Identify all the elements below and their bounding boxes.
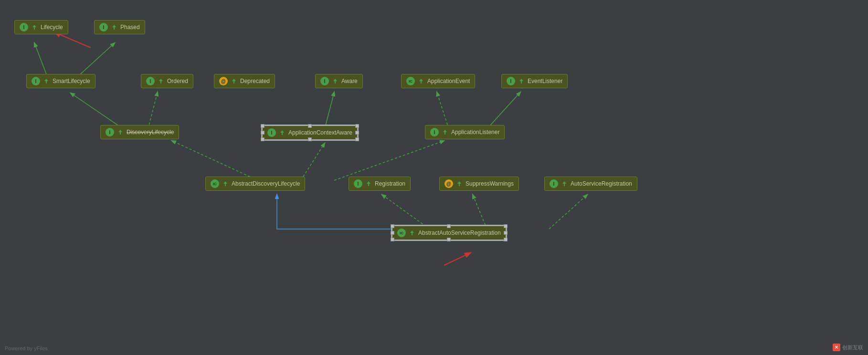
ordered-icon: I bbox=[146, 77, 155, 85]
node-aware[interactable]: I Aware bbox=[315, 74, 363, 88]
autoserviceregistration-label: AutoServiceRegistration bbox=[571, 180, 632, 187]
link-icon-deprecated bbox=[230, 77, 238, 85]
applicationlistener-icon: I bbox=[430, 128, 439, 136]
handle-mr bbox=[355, 131, 359, 135]
applicationcontextaware-label: ApplicationContextAware bbox=[288, 129, 352, 136]
link-icon-applicationlistener bbox=[441, 128, 449, 136]
link-icon-lifecycle bbox=[31, 23, 38, 31]
node-abstractautoserviceregistration[interactable]: IC AbstractAutoServiceRegistration bbox=[392, 225, 507, 240]
powered-by-text: Powered by yFiles bbox=[5, 345, 48, 351]
phased-label: Phased bbox=[120, 24, 140, 31]
link-icon-suppresswarnings bbox=[455, 180, 463, 188]
smartlifecycle-label: SmartLifecycle bbox=[53, 78, 90, 84]
node-eventlistener[interactable]: I EventListener bbox=[501, 74, 568, 88]
handle-tr2 bbox=[504, 224, 508, 228]
node-registration[interactable]: I Registration bbox=[349, 177, 411, 191]
node-autoserviceregistration[interactable]: I AutoServiceRegistration bbox=[544, 177, 637, 191]
link-icon-ordered bbox=[157, 77, 165, 85]
node-smartlifecycle[interactable]: I SmartLifecycle bbox=[26, 74, 95, 88]
phased-icon: I bbox=[99, 23, 108, 31]
abstractdiscoverylifecycle-label: AbstractDiscoveryLifecycle bbox=[232, 180, 300, 187]
link-icon-registration bbox=[365, 180, 372, 188]
node-lifecycle[interactable]: I Lifecycle bbox=[14, 20, 68, 34]
smartlifecycle-icon: I bbox=[32, 77, 40, 85]
deprecated-icon: @ bbox=[219, 77, 228, 85]
handle-ml2 bbox=[391, 231, 394, 235]
node-applicationlistener[interactable]: I ApplicationListener bbox=[425, 125, 505, 139]
aware-label: Aware bbox=[341, 78, 358, 84]
handle-tm2 bbox=[447, 224, 451, 228]
link-icon-aware bbox=[331, 77, 339, 85]
eventlistener-icon: I bbox=[507, 77, 515, 85]
link-icon-discoverylifecycle bbox=[116, 128, 124, 136]
handle-bm2 bbox=[447, 238, 451, 241]
node-applicationcontextaware[interactable]: I ApplicationContextAware bbox=[262, 125, 358, 140]
handle-bl bbox=[261, 137, 265, 141]
applicationcontextaware-icon: I bbox=[267, 128, 276, 137]
node-ordered[interactable]: I Ordered bbox=[141, 74, 193, 88]
link-icon-autoserviceregistration bbox=[561, 180, 568, 188]
abstractdiscoverylifecycle-icon: IC bbox=[211, 179, 219, 188]
link-icon-applicationcontextaware bbox=[278, 129, 286, 136]
suppresswarnings-icon: @ bbox=[445, 179, 453, 188]
discoverylifecycle-icon: I bbox=[106, 128, 114, 136]
node-deprecated[interactable]: @ Deprecated bbox=[214, 74, 275, 88]
deprecated-label: Deprecated bbox=[240, 78, 270, 84]
node-discoverylifecycle[interactable]: I DiscoveryLifecycle bbox=[100, 125, 179, 139]
applicationlistener-label: ApplicationListener bbox=[451, 129, 499, 136]
registration-label: Registration bbox=[375, 180, 405, 187]
handle-br bbox=[355, 137, 359, 141]
footer-brand: ✕ 创新互联 bbox=[833, 344, 863, 351]
handle-tl bbox=[261, 124, 265, 128]
lifecycle-icon: I bbox=[20, 23, 28, 31]
applicationevent-label: ApplicationEvent bbox=[427, 78, 470, 84]
applicationevent-icon: IC bbox=[406, 77, 415, 85]
link-icon-eventlistener bbox=[518, 77, 525, 85]
aware-icon: I bbox=[320, 77, 329, 85]
suppresswarnings-label: SuppressWarnings bbox=[466, 180, 514, 187]
handle-ml bbox=[261, 131, 265, 135]
eventlistener-label: EventListener bbox=[528, 78, 562, 84]
lifecycle-label: Lifecycle bbox=[41, 24, 63, 31]
node-applicationevent[interactable]: IC ApplicationEvent bbox=[401, 74, 475, 88]
link-icon-smartlifecycle bbox=[42, 77, 50, 85]
link-icon-applicationevent bbox=[417, 77, 425, 85]
handle-bm bbox=[308, 137, 312, 141]
link-icon-phased bbox=[110, 23, 118, 31]
handle-tr bbox=[355, 124, 359, 128]
registration-icon: I bbox=[354, 179, 362, 188]
handle-tm bbox=[308, 124, 312, 128]
diagram-canvas: I Lifecycle I Phased I SmartLifecycle I … bbox=[0, 0, 868, 355]
handle-tl2 bbox=[391, 224, 394, 228]
abstractautoserviceregistration-label: AbstractAutoServiceRegistration bbox=[418, 230, 501, 236]
node-suppresswarnings[interactable]: @ SuppressWarnings bbox=[439, 177, 519, 191]
footer-powered-by: Powered by yFiles bbox=[5, 345, 48, 351]
node-abstractdiscoverylifecycle[interactable]: IC AbstractDiscoveryLifecycle bbox=[205, 177, 305, 191]
handle-mr2 bbox=[504, 231, 508, 235]
node-phased[interactable]: I Phased bbox=[94, 20, 145, 34]
handle-bl2 bbox=[391, 238, 394, 241]
brand-text: 创新互联 bbox=[842, 344, 863, 351]
link-icon-abstractautoserviceregistration bbox=[408, 229, 416, 237]
discoverylifecycle-label: DiscoveryLifecycle bbox=[127, 129, 174, 136]
link-icon-abstractdiscoverylifecycle bbox=[222, 180, 229, 188]
abstractautoserviceregistration-icon: IC bbox=[397, 229, 406, 237]
brand-logo: ✕ bbox=[833, 344, 840, 351]
handle-br2 bbox=[504, 238, 508, 241]
ordered-label: Ordered bbox=[167, 78, 188, 84]
autoserviceregistration-icon: I bbox=[550, 179, 558, 188]
